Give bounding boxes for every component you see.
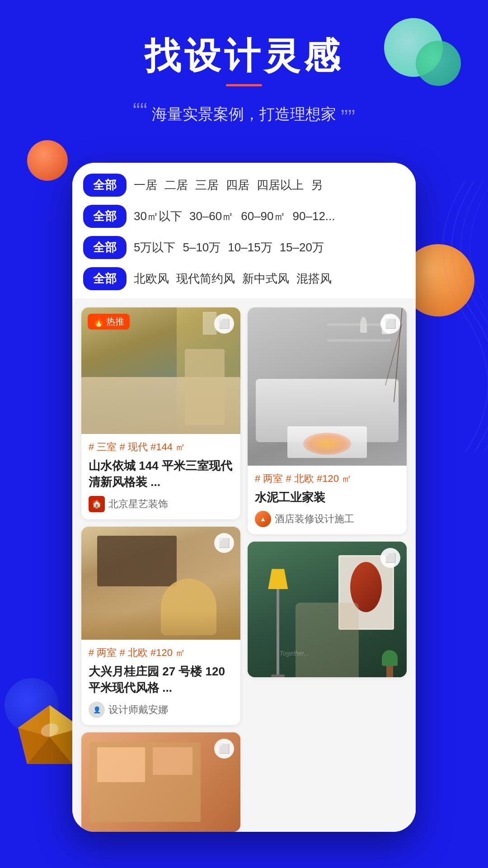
card1-author-avatar: 🏠 (89, 496, 105, 512)
card-shuishuiyicheng[interactable]: 🔥 热推 ⬜ # 三室 # 现代 #144 ㎡ 山水依城 144 平米三室现代清… (81, 307, 240, 519)
hot-badge-text: 热推 (106, 316, 124, 328)
filter-area-30-60[interactable]: 30–60㎡ (189, 208, 234, 224)
filter-style-nordic[interactable]: 北欧风 (134, 271, 169, 287)
bookmark-icon: ⬜ (219, 318, 230, 329)
card3-bookmark[interactable]: ⬜ (214, 533, 234, 553)
bookmark-icon-4: ⬜ (385, 552, 396, 563)
card4-image-container: Together... ⬜ (248, 542, 407, 677)
filter-room-1[interactable]: 一居 (134, 177, 157, 193)
card3-tags: # 两室 # 北欧 #120 ㎡ (89, 646, 233, 660)
filter-style-modern[interactable]: 现代简约风 (176, 271, 235, 287)
card1-author-name: 北京星艺装饰 (108, 497, 168, 511)
card1-image-container: 🔥 热推 ⬜ (81, 307, 240, 434)
filter-room-2[interactable]: 二居 (164, 177, 188, 193)
card5-bookmark[interactable]: ⬜ (214, 739, 234, 759)
card1-title: 山水依城 144 平米三室现代清新风格装 ... (89, 458, 233, 491)
card-kids[interactable]: ⬜ (81, 732, 240, 832)
card1-body: # 三室 # 现代 #144 ㎡ 山水依城 144 平米三室现代清新风格装 ..… (81, 434, 240, 519)
card1-tags: # 三室 # 现代 #144 ㎡ (89, 440, 233, 454)
bookmark-icon-2: ⬜ (385, 318, 396, 329)
card3-author-name: 设计师戴安娜 (108, 703, 168, 717)
filter-style-all[interactable]: 全部 (83, 267, 127, 290)
hotel-icon: ▲ (260, 515, 266, 523)
bookmark-icon-5: ⬜ (219, 743, 230, 754)
card2-bookmark[interactable]: ⬜ (380, 314, 400, 334)
filter-area-all[interactable]: 全部 (83, 205, 127, 228)
card5-image-container: ⬜ (81, 732, 240, 832)
filter-room-4plus[interactable]: 四居以上 (257, 177, 304, 193)
card-shuini[interactable]: ⬜ # 两室 # 北欧 #120 ㎡ 水泥工业家装 ▲ 酒店装修设计施工 (248, 307, 407, 534)
filter-room-all[interactable]: 全部 (83, 174, 127, 197)
quote-left: ““ (133, 100, 147, 122)
filter-section: 全部 一居 二居 三居 四居 四居以上 另 全部 30㎡以下 30–60㎡ 60… (72, 163, 416, 290)
card2-image (248, 307, 407, 466)
header-subtitle: ““ 海量实景案例，打造理想家 ”” (0, 100, 488, 128)
header: 找设计灵感 ““ 海量实景案例，打造理想家 ”” (0, 0, 488, 128)
card3-image-container: ⬜ (81, 527, 240, 640)
filter-style-chinese[interactable]: 新中式风 (242, 271, 289, 287)
title-underline (226, 84, 262, 86)
filter-row-area: 全部 30㎡以下 30–60㎡ 60–90㎡ 90–12... (83, 205, 405, 228)
bookmark-icon-3: ⬜ (219, 538, 230, 548)
hot-badge: 🔥 热推 (88, 314, 130, 330)
card2-title: 水泥工业家装 (255, 489, 399, 505)
filter-room-more[interactable]: 另 (311, 177, 323, 193)
filter-style-mix[interactable]: 混搭风 (296, 271, 332, 287)
phone-frame: 全部 一居 二居 三居 四居 四居以上 另 全部 30㎡以下 30–60㎡ 60… (72, 163, 416, 832)
content-area: 🔥 热推 ⬜ # 三室 # 现代 #144 ㎡ 山水依城 144 平米三室现代清… (72, 298, 416, 832)
card2-image-container: ⬜ (248, 307, 407, 466)
card2-tags: # 两室 # 北欧 #120 ㎡ (255, 472, 399, 486)
card3-body: # 两室 # 北欧 #120 ㎡ 大兴月桂庄园 27 号楼 120 平米现代风格… (81, 640, 240, 725)
card1-bookmark[interactable]: ⬜ (214, 314, 234, 334)
filter-budget-all[interactable]: 全部 (83, 236, 127, 259)
house-icon: 🏠 (92, 499, 102, 509)
filter-area-60-90[interactable]: 60–90㎡ (241, 208, 285, 224)
designer-icon: 👤 (93, 706, 101, 713)
masonry-grid: 🔥 热推 ⬜ # 三室 # 现代 #144 ㎡ 山水依城 144 平米三室现代清… (81, 307, 407, 832)
filter-budget-5-10w[interactable]: 5–10万 (183, 240, 221, 255)
filter-budget-5w[interactable]: 5万以下 (134, 240, 175, 255)
card3-title: 大兴月桂庄园 27 号楼 120 平米现代风格 ... (89, 663, 233, 696)
deco-orange-circle-left (27, 140, 68, 181)
filter-row-room: 全部 一居 二居 三居 四居 四居以上 另 (83, 174, 405, 197)
filter-budget-10-15w[interactable]: 10–15万 (228, 240, 272, 255)
card-dayue[interactable]: ⬜ # 两室 # 北欧 #120 ㎡ 大兴月桂庄园 27 号楼 120 平米现代… (81, 527, 240, 725)
card2-body: # 两室 # 北欧 #120 ㎡ 水泥工业家装 ▲ 酒店装修设计施工 (248, 466, 407, 534)
left-column: 🔥 热推 ⬜ # 三室 # 现代 #144 ㎡ 山水依城 144 平米三室现代清… (81, 307, 240, 832)
card1-author: 🏠 北京星艺装饰 (89, 496, 233, 512)
right-column: ⬜ # 两室 # 北欧 #120 ㎡ 水泥工业家装 ▲ 酒店装修设计施工 (248, 307, 407, 832)
subtitle-text: 海量实景案例，打造理想家 (152, 104, 336, 125)
card2-author-avatar: ▲ (255, 511, 271, 527)
filter-room-4[interactable]: 四居 (226, 177, 249, 193)
page-title: 找设计灵感 (0, 36, 488, 76)
card-study-green[interactable]: Together... ⬜ (248, 542, 407, 677)
filter-area-30[interactable]: 30㎡以下 (134, 208, 182, 224)
card3-author-avatar: 👤 (89, 702, 105, 718)
card2-author: ▲ 酒店装修设计施工 (255, 511, 399, 527)
card2-author-name: 酒店装修设计施工 (275, 512, 354, 526)
quote-right: ”” (341, 107, 355, 128)
filter-area-90-120[interactable]: 90–12... (293, 209, 335, 223)
filter-budget-15-20w[interactable]: 15–20万 (280, 240, 324, 255)
filter-row-style: 全部 北欧风 现代简约风 新中式风 混搭风 (83, 267, 405, 290)
fire-icon: 🔥 (93, 316, 104, 327)
filter-row-budget: 全部 5万以下 5–10万 10–15万 15–20万 (83, 236, 405, 259)
card3-author: 👤 设计师戴安娜 (89, 702, 233, 718)
filter-room-3[interactable]: 三居 (195, 177, 219, 193)
